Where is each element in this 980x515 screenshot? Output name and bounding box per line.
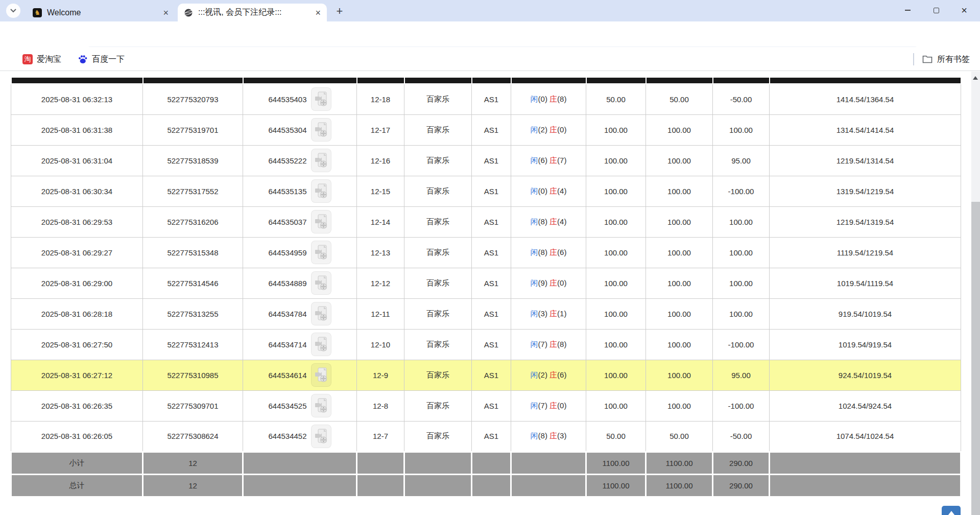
- cell-valid-amount[interactable]: 100.00: [646, 390, 713, 421]
- cell-balance[interactable]: 1024.54/924.54: [770, 390, 961, 421]
- table-row[interactable]: 2025-08-31 06:27:12522775310985644534614…: [11, 360, 961, 390]
- cell-result[interactable]: 闲(7) 庄(0): [511, 390, 586, 421]
- tab-search-button[interactable]: [6, 4, 20, 18]
- cell-bet-amount[interactable]: 100.00: [586, 176, 646, 206]
- cell-game-type[interactable]: 百家乐: [404, 114, 472, 145]
- cell-game-type[interactable]: 百家乐: [404, 84, 472, 114]
- cell-bet-time[interactable]: 2025-08-31 06:32:13: [11, 84, 143, 114]
- cell-win-loss[interactable]: -50.00: [713, 84, 770, 114]
- cell-round[interactable]: 12-18: [357, 84, 404, 114]
- cell-bet-amount[interactable]: 100.00: [586, 145, 646, 176]
- video-replay-button[interactable]: [311, 363, 331, 387]
- cell-bet-time[interactable]: 2025-08-31 06:29:27: [11, 237, 143, 268]
- cell-bet-id[interactable]: 522775320793: [143, 84, 243, 114]
- header-cell[interactable]: [713, 77, 770, 84]
- table-row[interactable]: 2025-08-31 06:28:18522775313255644534784…: [11, 298, 961, 329]
- cell-round[interactable]: 12-8: [357, 390, 404, 421]
- cell-bet-amount[interactable]: 50.00: [586, 421, 646, 452]
- window-close-button[interactable]: ×: [954, 3, 974, 18]
- summary-empty[interactable]: [770, 474, 961, 497]
- cell-game-id[interactable]: 644535037: [243, 206, 357, 237]
- table-row[interactable]: 2025-08-31 06:27:50522775312413644534714…: [11, 329, 961, 360]
- cell-game-type[interactable]: 百家乐: [404, 421, 472, 452]
- cell-game-id[interactable]: 644534889: [243, 268, 357, 298]
- cell-game-type[interactable]: 百家乐: [404, 329, 472, 360]
- cell-round[interactable]: 12-10: [357, 329, 404, 360]
- cell-round[interactable]: 12-12: [357, 268, 404, 298]
- cell-table[interactable]: AS1: [472, 329, 511, 360]
- video-replay-button[interactable]: [311, 425, 331, 448]
- cell-table[interactable]: AS1: [472, 176, 511, 206]
- table-row[interactable]: 2025-08-31 06:32:13522775320793644535403…: [11, 84, 961, 114]
- table-row[interactable]: 2025-08-31 06:29:00522775314546644534889…: [11, 268, 961, 298]
- video-replay-button[interactable]: [311, 210, 331, 233]
- cell-round[interactable]: 12-7: [357, 421, 404, 452]
- cell-bet-id[interactable]: 522775312413: [143, 329, 243, 360]
- cell-balance[interactable]: 1319.54/1219.54: [770, 176, 961, 206]
- cell-balance[interactable]: 919.54/1019.54: [770, 298, 961, 329]
- cell-table[interactable]: AS1: [472, 237, 511, 268]
- summary-empty[interactable]: [243, 452, 357, 474]
- cell-result[interactable]: 闲(8) 庄(3): [511, 421, 586, 452]
- summary-empty[interactable]: [404, 474, 472, 497]
- cell-game-type[interactable]: 百家乐: [404, 176, 472, 206]
- bookmark-baidu[interactable]: 百度一下: [78, 53, 125, 66]
- table-row[interactable]: 2025-08-31 06:26:35522775309701644534525…: [11, 390, 961, 421]
- summary-valid-total[interactable]: 1100.00: [646, 474, 713, 497]
- cell-result[interactable]: 闲(2) 庄(0): [511, 114, 586, 145]
- cell-result[interactable]: 闲(2) 庄(6): [511, 360, 586, 390]
- cell-round[interactable]: 12-15: [357, 176, 404, 206]
- cell-round[interactable]: 12-13: [357, 237, 404, 268]
- cell-bet-id[interactable]: 522775308624: [143, 421, 243, 452]
- scroll-top-button[interactable]: [942, 506, 961, 515]
- header-cell[interactable]: [511, 77, 586, 84]
- cell-bet-id[interactable]: 522775313255: [143, 298, 243, 329]
- cell-game-type[interactable]: 百家乐: [404, 390, 472, 421]
- cell-bet-amount[interactable]: 50.00: [586, 84, 646, 114]
- cell-bet-time[interactable]: 2025-08-31 06:26:35: [11, 390, 143, 421]
- cell-bet-amount[interactable]: 100.00: [586, 268, 646, 298]
- cell-table[interactable]: AS1: [472, 390, 511, 421]
- cell-win-loss[interactable]: 100.00: [713, 268, 770, 298]
- cell-valid-amount[interactable]: 100.00: [646, 114, 713, 145]
- cell-result[interactable]: 闲(8) 庄(6): [511, 237, 586, 268]
- cell-bet-time[interactable]: 2025-08-31 06:28:18: [11, 298, 143, 329]
- cell-balance[interactable]: 1414.54/1364.54: [770, 84, 961, 114]
- tab-welcome[interactable]: ♞ Welcome ×: [27, 4, 175, 21]
- cell-round[interactable]: 12-11: [357, 298, 404, 329]
- cell-win-loss[interactable]: 100.00: [713, 298, 770, 329]
- tab-betrecord[interactable]: :::视讯, 会员下注纪录::: ×: [178, 4, 327, 21]
- summary-bet-total[interactable]: 1100.00: [586, 474, 646, 497]
- cell-result[interactable]: 闲(8) 庄(4): [511, 206, 586, 237]
- cell-table[interactable]: AS1: [472, 145, 511, 176]
- window-minimize-button[interactable]: [897, 3, 918, 18]
- cell-round[interactable]: 12-16: [357, 145, 404, 176]
- cell-valid-amount[interactable]: 100.00: [646, 237, 713, 268]
- cell-bet-id[interactable]: 522775317552: [143, 176, 243, 206]
- header-cell[interactable]: [143, 77, 243, 84]
- bookmark-taobao[interactable]: 淘 爱淘宝: [22, 53, 61, 66]
- summary-count[interactable]: 12: [143, 452, 243, 474]
- summary-winloss-total[interactable]: 290.00: [713, 474, 770, 497]
- cell-bet-id[interactable]: 522775318539: [143, 145, 243, 176]
- cell-bet-id[interactable]: 522775319701: [143, 114, 243, 145]
- summary-empty[interactable]: [357, 474, 404, 497]
- cell-game-id[interactable]: 644534784: [243, 298, 357, 329]
- cell-balance[interactable]: 1119.54/1219.54: [770, 237, 961, 268]
- summary-count[interactable]: 12: [143, 474, 243, 497]
- cell-valid-amount[interactable]: 100.00: [646, 176, 713, 206]
- cell-game-id[interactable]: 644534614: [243, 360, 357, 390]
- cell-bet-amount[interactable]: 100.00: [586, 390, 646, 421]
- cell-game-id[interactable]: 644535403: [243, 84, 357, 114]
- cell-round[interactable]: 12-17: [357, 114, 404, 145]
- cell-game-type[interactable]: 百家乐: [404, 145, 472, 176]
- cell-game-id[interactable]: 644535135: [243, 176, 357, 206]
- cell-valid-amount[interactable]: 50.00: [646, 421, 713, 452]
- cell-bet-id[interactable]: 522775314546: [143, 268, 243, 298]
- table-row[interactable]: 2025-08-31 06:31:04522775318539644535222…: [11, 145, 961, 176]
- video-replay-button[interactable]: [311, 87, 331, 111]
- cell-bet-amount[interactable]: 100.00: [586, 206, 646, 237]
- cell-result[interactable]: 闲(9) 庄(0): [511, 268, 586, 298]
- summary-empty[interactable]: [472, 452, 511, 474]
- cell-valid-amount[interactable]: 100.00: [646, 329, 713, 360]
